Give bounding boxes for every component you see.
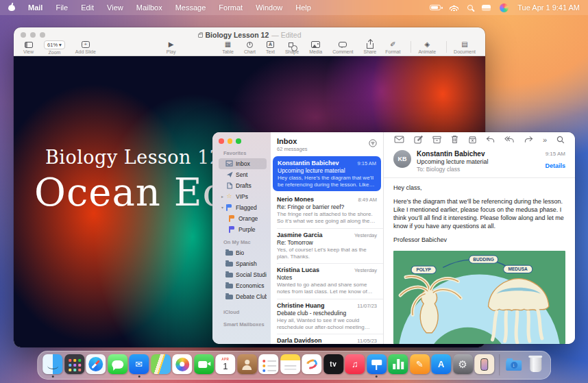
sidebar-item-sent[interactable]: Sent	[219, 169, 267, 180]
dock-notes-icon[interactable]	[280, 354, 300, 374]
menu-file[interactable]: File	[56, 3, 68, 12]
dock-calendar-icon[interactable]: APR 1	[215, 354, 235, 374]
chart-button[interactable]: Chart	[244, 40, 256, 54]
filter-icon[interactable]	[369, 138, 377, 150]
dock-facetime-icon[interactable]	[194, 354, 214, 374]
dock-downloads-icon[interactable]	[504, 354, 524, 374]
view-button[interactable]: View	[23, 40, 34, 54]
dock-settings-icon[interactable]: ⚙	[453, 354, 473, 374]
siri-icon[interactable]	[500, 3, 509, 12]
forward-icon[interactable]	[524, 136, 533, 143]
message-detail-pane: » KB Konstantin Babichev Upcoming lectur…	[384, 132, 575, 344]
menu-format[interactable]: Format	[219, 3, 243, 12]
table-button[interactable]: ▦ Table	[222, 40, 234, 54]
sidebar-item-spanish[interactable]: Spanish	[219, 258, 267, 269]
menu-help[interactable]: Help	[295, 3, 311, 12]
format-brush-icon: ✐	[390, 40, 395, 49]
message-row[interactable]: Nerio Mones 8:49 AM Re: Fringe or barrie…	[271, 193, 383, 227]
sidebar-item-flag-purple[interactable]: Purple	[226, 224, 267, 235]
sidebar-item-vips[interactable]: ▸ ☆ VIPs	[219, 191, 267, 202]
dock-photos-icon[interactable]	[172, 354, 192, 374]
dock-trash-icon[interactable]	[526, 354, 546, 374]
dock-reminders-icon[interactable]	[258, 354, 278, 374]
get-mail-icon[interactable]	[394, 136, 404, 143]
shape-button[interactable]: Shape	[285, 40, 299, 54]
dock-iphone-mirroring-icon[interactable]	[474, 354, 494, 374]
more-icon[interactable]: »	[543, 136, 547, 143]
sidebar-item-flagged[interactable]: ▾ Flagged	[219, 202, 267, 213]
junk-icon[interactable]	[468, 136, 477, 144]
zoom-control[interactable]: 61%▾ Zoom	[44, 40, 65, 55]
message-list: Konstantin Babichev 9:15 AM Upcoming lec…	[271, 155, 383, 344]
reply-icon[interactable]	[486, 136, 495, 143]
menu-view[interactable]: View	[107, 3, 123, 12]
sidebar-section-icloud[interactable]: iCloud	[223, 309, 271, 315]
message-row[interactable]: Christine Huang 11/07/23 Debate club - r…	[271, 299, 383, 334]
menu-clock[interactable]: Tue Apr 1 9:41 AM	[517, 3, 580, 12]
compose-icon[interactable]	[414, 135, 423, 144]
dock-pages-icon[interactable]: ✎	[410, 354, 430, 374]
dock-numbers-icon[interactable]	[388, 354, 408, 374]
wifi-icon[interactable]	[450, 4, 458, 11]
media-button[interactable]: Media	[309, 40, 322, 54]
message-row[interactable]: Konstantin Babichev 9:15 AM Upcoming lec…	[273, 156, 381, 191]
dock-safari-icon[interactable]	[86, 354, 106, 374]
menu-message[interactable]: Message	[175, 3, 206, 12]
details-link[interactable]: Details	[545, 162, 565, 169]
dock-maps-icon[interactable]	[151, 354, 171, 374]
dock-contacts-icon[interactable]	[237, 354, 257, 374]
message-count: 62 messages	[277, 146, 308, 152]
control-center-icon[interactable]	[482, 5, 491, 11]
sidebar-item-drafts[interactable]: Drafts	[219, 180, 267, 191]
sidebar-section-smart-mailboxes[interactable]: Smart Mailboxes	[223, 321, 271, 328]
text-button[interactable]: A Text	[266, 40, 275, 54]
document-button[interactable]: ▤ Document	[454, 40, 476, 54]
keynote-window-title: Biology Lesson 12 — Edited	[14, 31, 485, 39]
flag-purple-icon	[228, 226, 236, 233]
message-row[interactable]: Darla Davidson 11/05/23 Tomorrow’s class…	[271, 334, 383, 344]
menu-app-name[interactable]: Mail	[28, 3, 42, 12]
dock-appletv-icon[interactable]: tv	[323, 354, 343, 374]
dock-freeform-icon[interactable]	[302, 354, 321, 374]
menu-window[interactable]: Window	[256, 3, 282, 12]
reply-all-icon[interactable]	[504, 136, 515, 143]
keynote-titlebar[interactable]: Biology Lesson 12 — Edited	[14, 27, 485, 39]
dock-appstore-icon[interactable]: A	[431, 354, 451, 374]
sidebar-item-inbox[interactable]: Inbox	[219, 158, 267, 169]
running-indicator	[51, 375, 53, 378]
apple-menu-icon[interactable]	[8, 3, 15, 12]
search-icon[interactable]	[467, 5, 473, 10]
chevron-right-icon[interactable]: ▸	[220, 194, 225, 199]
dock-mail-icon[interactable]: ✉	[129, 354, 149, 374]
format-button[interactable]: ✐ Format	[385, 40, 400, 54]
dock-messages-icon[interactable]	[108, 354, 127, 374]
sidebar-item-economics[interactable]: Economics	[219, 280, 267, 291]
sidebar-item-bio[interactable]: Bio	[219, 247, 267, 258]
sidebar-item-debate-club[interactable]: Debate Club	[219, 291, 267, 302]
detail-time: 9:15 AM	[545, 151, 565, 157]
minimize-button[interactable]	[228, 138, 233, 144]
dock-launchpad-icon[interactable]	[64, 354, 84, 374]
battery-icon[interactable]	[430, 5, 441, 10]
share-button[interactable]: Share	[364, 40, 377, 54]
zoom-button[interactable]	[236, 138, 241, 144]
search-icon[interactable]	[556, 136, 565, 144]
dock-music-icon[interactable]: ♫	[345, 354, 365, 374]
chevron-down-icon[interactable]: ▾	[220, 205, 225, 210]
message-row[interactable]: Jasmine Garcia Yesterday Re: Tomorrow Ye…	[271, 228, 383, 263]
mail-titlebar-controls	[219, 138, 271, 144]
menu-mailbox[interactable]: Mailbox	[136, 3, 162, 12]
sidebar-item-social-studies[interactable]: Social Studies	[219, 269, 267, 280]
trash-icon[interactable]	[451, 135, 458, 144]
add-slide-button[interactable]: + Add Slide	[75, 40, 96, 54]
message-row[interactable]: Kristina Lucas Yesterday Notes Wanted to…	[271, 263, 383, 298]
dock-finder-icon[interactable]	[42, 354, 62, 374]
archive-icon[interactable]	[432, 136, 441, 144]
menu-edit[interactable]: Edit	[81, 3, 94, 12]
comment-button[interactable]: Comment	[332, 40, 353, 54]
animate-button[interactable]: ◈ Animate	[418, 40, 436, 54]
dock-keynote-icon[interactable]	[367, 354, 387, 374]
play-button[interactable]: ▶ Play	[167, 40, 176, 54]
close-button[interactable]	[219, 138, 224, 144]
sidebar-item-flag-orange[interactable]: Orange	[226, 213, 267, 224]
